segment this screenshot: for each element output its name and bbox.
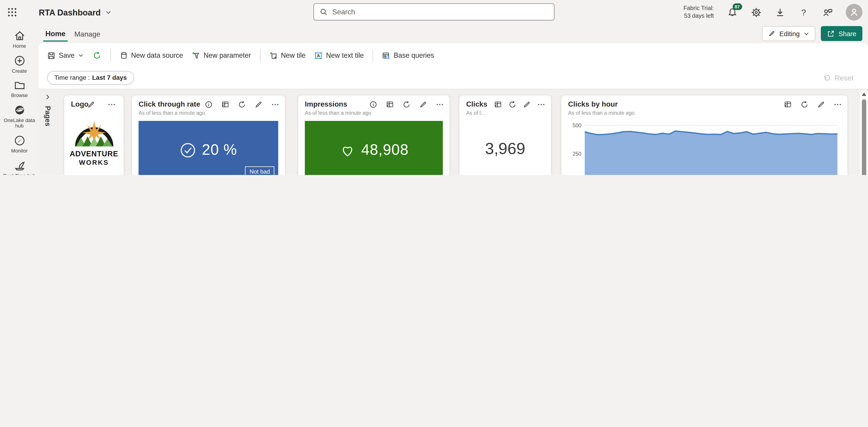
refresh-icon[interactable] [402,101,411,109]
base-queries-button[interactable]: Base queries [382,51,434,60]
vertical-scrollbar[interactable] [860,90,868,175]
account-avatar[interactable] [846,4,862,21]
nav-item-monitor[interactable]: Monitor [1,135,38,154]
monitor-icon [13,135,25,146]
pencil-icon[interactable] [87,101,95,109]
editing-mode-button[interactable]: Editing [762,26,815,41]
nav-item-onelake-data-hub[interactable]: OneLake data hub [1,104,38,129]
heart-icon [339,142,355,159]
scrollbar-up-arrow[interactable] [862,93,866,96]
reset-button[interactable]: Reset [823,74,854,82]
gear-icon [751,7,761,18]
new-tile-button[interactable]: New tile [269,51,306,60]
parameter-funnel-icon [192,51,200,60]
filter-bar: Time range :Last 7 days Reset [47,70,854,85]
refresh-icon[interactable] [238,101,246,109]
tile-clicks[interactable]: Clicks As of l... 3,969 [459,95,552,175]
pencil-icon[interactable] [523,101,531,109]
tabrow-actions: Editing Share [762,26,862,41]
svg-text:250: 250 [572,151,581,157]
explore-data-icon[interactable] [494,101,502,109]
refresh-icon [92,51,101,60]
toolbar-divider [260,49,260,62]
tab-home[interactable]: Home [43,26,68,41]
save-icon [47,51,55,60]
pencil-icon[interactable] [817,101,825,109]
tab-manage[interactable]: Manage [72,27,103,41]
app-title: RTA Dashboard [39,7,101,17]
dashboard-tab-bar: Home Manage Editing Share [39,24,868,43]
download-button[interactable] [774,7,785,18]
pages-label: Pages [44,106,52,126]
more-icon[interactable] [834,101,842,109]
ctr-value: 20 % [202,141,237,159]
search-input[interactable]: Search [313,3,555,21]
nav-item-real-time-hub[interactable]: Real-Time hub [1,160,38,175]
nav-item-create[interactable]: Create [1,55,38,74]
ctr-kpi-panel: 20 % Not bad [138,121,278,175]
save-button[interactable]: Save [47,51,83,60]
edit-toolbar: Save New data source New parameter New t… [47,48,434,63]
more-icon[interactable] [271,101,279,109]
refresh-icon[interactable] [508,101,517,109]
explore-data-icon[interactable] [386,101,394,109]
search-placeholder: Search [332,8,355,16]
adventure-works-mark [69,114,119,150]
refresh-button[interactable] [92,51,101,60]
more-icon[interactable] [436,101,444,109]
toolbar-divider [373,49,373,62]
undo-icon [823,74,831,82]
base-queries-icon [382,51,391,60]
text-tile-icon: A [314,51,323,60]
explore-data-icon[interactable] [784,101,792,109]
more-icon[interactable] [537,101,546,109]
folder-icon [13,80,25,91]
tile-clicks-by-hour[interactable]: Clicks by hour As of less than a minute … [561,95,848,175]
help-icon: ? [801,7,806,17]
app-launcher-icon[interactable] [0,0,24,24]
new-parameter-button[interactable]: New parameter [192,51,251,60]
topbar-right-cluster: Fabric Trial:53 days left 87 ? [683,0,862,24]
chevron-right-icon [44,94,51,100]
info-icon[interactable] [205,101,213,109]
feedback-button[interactable] [822,7,833,18]
explore-data-icon[interactable] [221,101,229,109]
home-icon [13,30,25,41]
tile-logo[interactable]: Logo Adventure Wor [64,95,124,175]
top-app-bar: RTA Dashboard Search Fabric Trial:53 day… [0,0,868,24]
onelake-icon [13,104,25,116]
impressions-kpi-panel: 48,908 [305,121,443,175]
info-icon[interactable] [369,101,377,109]
scrollbar-thumb[interactable] [862,99,866,175]
pencil-icon[interactable] [254,101,263,109]
notification-badge: 87 [733,3,742,10]
notifications-button[interactable]: 87 [726,7,738,18]
real-time-hub-icon [13,160,25,171]
help-button[interactable]: ? [798,7,809,18]
new-data-source-button[interactable]: New data source [120,51,183,60]
chevron-down-icon [105,9,111,15]
new-tile-icon [269,51,278,60]
share-button[interactable]: Share [821,26,862,41]
nav-item-home[interactable]: Home [1,30,38,49]
new-text-tile-button[interactable]: A New text tile [314,51,364,60]
download-icon [774,7,785,18]
impressions-value: 48,908 [361,141,409,159]
time-range-filter[interactable]: Time range :Last 7 days [47,71,134,85]
nav-item-browse[interactable]: Browse [1,80,38,98]
tile-click-through-rate[interactable]: Click through rate As of less than a min… [131,95,285,175]
settings-button[interactable] [750,7,762,18]
database-icon [120,51,128,60]
left-nav-rail: Home Create Browse OneLake data hub Moni… [0,24,39,175]
pencil-icon[interactable] [419,101,427,109]
tile-impressions[interactable]: Impressions As of less than a minute ago… [298,95,450,175]
plus-circle-icon [13,55,25,66]
more-icon[interactable] [107,101,116,109]
refresh-icon[interactable] [800,101,809,109]
app-title-menu[interactable]: RTA Dashboard [39,7,111,17]
search-icon [319,8,328,16]
svg-text:A: A [317,53,320,58]
pages-rail[interactable]: Pages [41,94,54,126]
chevron-down-icon [78,53,83,58]
feedback-icon [822,7,833,18]
